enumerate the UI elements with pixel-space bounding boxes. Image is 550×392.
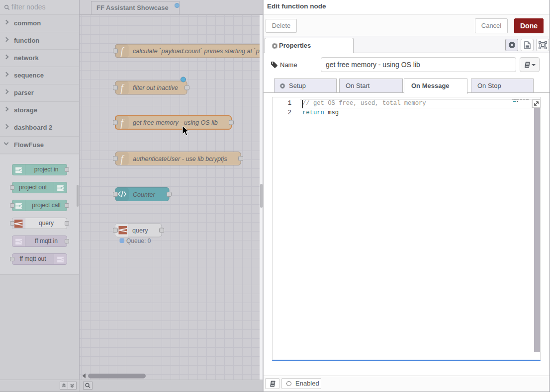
svg-text:authenticateUser - use lib bcr: authenticateUser - use lib bcryptjs [133,156,227,162]
svg-text:calculate `payload.count` prim: calculate `payload.count` primes startin… [133,48,260,55]
svg-text:Counter: Counter [133,191,156,198]
svg-text:get free memory - using OS lib: get free memory - using OS lib [133,119,218,126]
svg-text:Queue: 0: Queue: 0 [126,237,151,244]
svg-text:query: query [132,227,148,234]
svg-text:filter out inactive: filter out inactive [133,84,178,91]
